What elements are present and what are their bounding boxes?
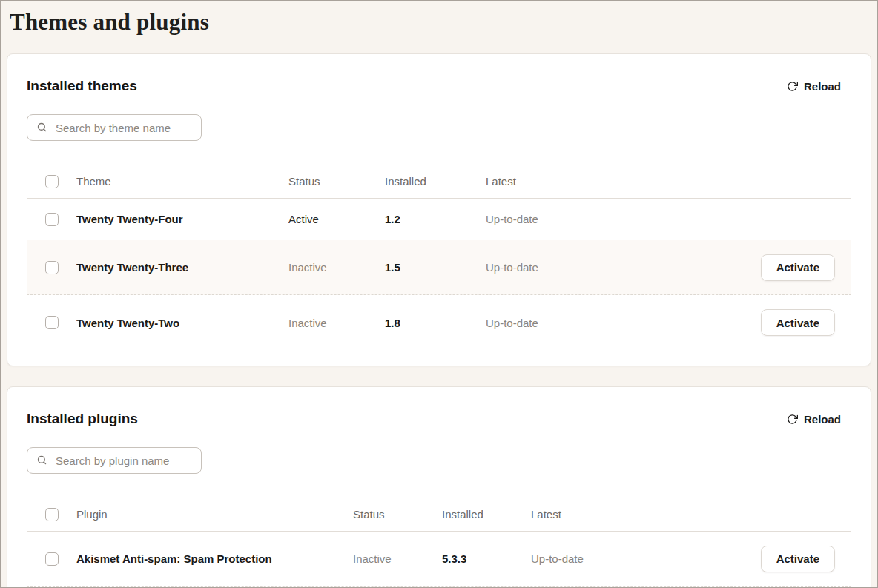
theme-installed-version: 1.5	[385, 261, 486, 274]
column-header-installed: Installed	[385, 175, 486, 188]
page-title: Themes and plugins	[10, 9, 877, 36]
plugin-latest-status: Up-to-date	[531, 552, 770, 565]
column-header-plugin: Plugin	[76, 508, 353, 521]
activate-button[interactable]: Activate	[761, 309, 835, 336]
column-header-status: Status	[353, 508, 442, 521]
row-checkbox[interactable]	[45, 261, 59, 274]
theme-latest-status: Up-to-date	[486, 261, 770, 274]
plugin-name: Akismet Anti-spam: Spam Protection	[76, 552, 353, 565]
table-row-twenty-twenty-two: Twenty Twenty-Two Inactive 1.8 Up-to-dat…	[27, 295, 851, 350]
reload-label: Reload	[804, 80, 841, 93]
reload-icon	[787, 81, 798, 92]
themes-table: Theme Status Installed Latest Twenty Twe…	[27, 165, 851, 350]
table-row-twenty-twenty-three: Twenty Twenty-Three Inactive 1.5 Up-to-d…	[27, 240, 851, 295]
theme-status: Inactive	[288, 317, 385, 329]
theme-status: Active	[288, 213, 385, 225]
plugins-table: Plugin Status Installed Latest Akismet A…	[27, 498, 851, 587]
table-row-akismet: Akismet Anti-spam: Spam Protection Inact…	[27, 532, 851, 587]
themes-table-header: Theme Status Installed Latest	[27, 165, 851, 199]
row-checkbox[interactable]	[45, 552, 59, 566]
theme-name: Twenty Twenty-Three	[76, 261, 288, 274]
theme-status: Inactive	[288, 261, 385, 274]
installed-plugins-card: Installed plugins Reload	[7, 386, 871, 588]
plugin-status: Inactive	[353, 552, 442, 565]
column-header-latest: Latest	[531, 508, 770, 521]
installed-themes-card: Installed themes Reload	[7, 53, 871, 366]
row-checkbox[interactable]	[45, 316, 59, 329]
theme-name: Twenty Twenty-Four	[76, 213, 288, 225]
themes-reload-button[interactable]: Reload	[785, 79, 851, 94]
theme-installed-version: 1.2	[385, 213, 486, 225]
plugins-table-header: Plugin Status Installed Latest	[27, 498, 851, 532]
select-all-themes-checkbox[interactable]	[45, 175, 59, 188]
themes-and-plugins-page: Themes and plugins Installed themes Relo…	[0, 0, 878, 588]
column-header-theme: Theme	[76, 175, 288, 188]
reload-icon	[787, 414, 798, 425]
activate-button[interactable]: Activate	[761, 254, 835, 281]
column-header-installed: Installed	[442, 508, 531, 521]
theme-latest-status: Up-to-date	[486, 317, 770, 329]
column-header-latest: Latest	[486, 175, 770, 188]
column-header-status: Status	[288, 175, 385, 188]
select-all-plugins-checkbox[interactable]	[45, 508, 59, 521]
row-checkbox[interactable]	[45, 213, 59, 226]
plugin-search-input[interactable]	[27, 447, 202, 474]
installed-plugins-title: Installed plugins	[27, 411, 138, 427]
activate-button[interactable]: Activate	[761, 546, 835, 572]
table-row-twenty-twenty-four: Twenty Twenty-Four Active 1.2 Up-to-date	[27, 199, 851, 240]
reload-label: Reload	[804, 413, 841, 426]
installed-themes-title: Installed themes	[27, 78, 137, 94]
theme-name: Twenty Twenty-Two	[76, 317, 288, 329]
theme-installed-version: 1.8	[385, 317, 486, 329]
plugin-installed-version: 5.3.3	[442, 552, 531, 565]
theme-search-input[interactable]	[27, 114, 202, 141]
theme-latest-status: Up-to-date	[486, 213, 770, 225]
plugins-reload-button[interactable]: Reload	[785, 412, 851, 427]
